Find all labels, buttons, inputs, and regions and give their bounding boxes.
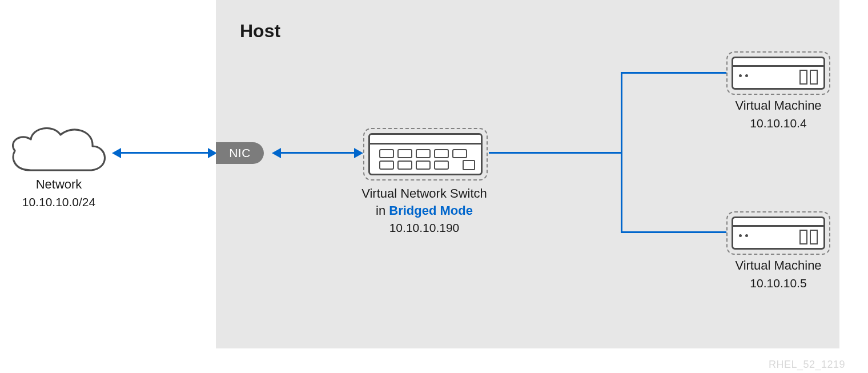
virtual-switch-labels: Virtual Network Switch in Bridged Mode 1…	[329, 185, 520, 235]
vm2-label: Virtual Machine	[724, 257, 833, 274]
vm1-labels: Virtual Machine 10.10.10.4	[724, 97, 833, 130]
network-labels: Network 10.10.10.0/24	[0, 176, 118, 209]
switch-label-line1: Virtual Network Switch	[361, 186, 487, 200]
link-branch-vm2	[621, 231, 726, 233]
arrowhead-left-icon	[112, 148, 121, 158]
vm2-ip: 10.10.10.5	[724, 276, 833, 290]
link-cloud-nic	[121, 152, 208, 154]
arrowhead-right-icon	[354, 148, 363, 158]
network-label: Network	[0, 176, 118, 193]
switch-ip: 10.10.10.190	[329, 221, 520, 235]
link-vertical-branch	[621, 72, 622, 233]
network-cidr: 10.10.10.0/24	[0, 195, 118, 209]
diagram-canvas: Host Network 10.10.10.0/24 NIC Vi	[0, 0, 868, 373]
vm2-icon	[726, 211, 830, 255]
vm1-label: Virtual Machine	[724, 97, 833, 114]
cloud-icon	[8, 121, 110, 175]
link-switch-junction	[489, 152, 622, 154]
vm1-ip: 10.10.10.4	[724, 117, 833, 130]
switch-label-prefix: in	[376, 203, 389, 218]
virtual-switch-icon	[363, 128, 488, 181]
vm1-icon	[726, 51, 830, 95]
diagram-code: RHEL_52_1219	[769, 359, 845, 371]
nic-label: NIC	[216, 142, 264, 164]
switch-mode-highlight: Bridged Mode	[389, 203, 473, 218]
link-branch-vm1	[621, 72, 726, 74]
vm2-labels: Virtual Machine 10.10.10.5	[724, 257, 833, 290]
arrowhead-left-icon	[272, 148, 281, 158]
host-title: Host	[240, 21, 280, 42]
link-nic-switch	[281, 152, 354, 154]
